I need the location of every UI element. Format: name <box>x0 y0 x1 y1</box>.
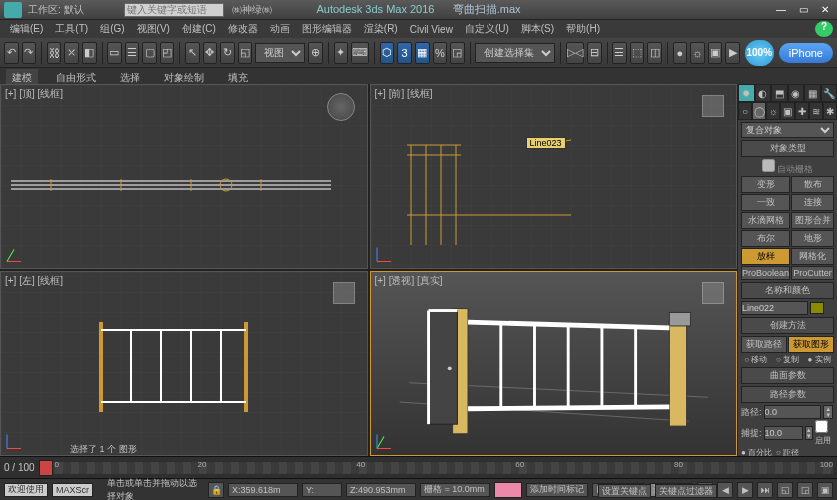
spinner-icon[interactable]: ▲▼ <box>823 405 833 419</box>
viewport-left[interactable]: [+] [左] [线框] <box>0 271 368 456</box>
align-button[interactable]: ⊟ <box>587 42 602 64</box>
time-thumb[interactable] <box>39 460 53 476</box>
boolean-button[interactable]: 布尔 <box>741 230 790 247</box>
viewport-persp[interactable]: [+] [透视] [真实] <box>370 271 738 456</box>
maxscript-label[interactable]: MAXScr <box>52 483 93 497</box>
snap-input[interactable] <box>764 426 803 440</box>
lights-icon[interactable]: ☼ <box>766 102 780 120</box>
time-track[interactable]: 020 4060 80100 <box>39 462 833 474</box>
keybd-button[interactable]: ⌨ <box>351 42 369 64</box>
mesher-button[interactable]: 网格化 <box>791 248 834 265</box>
get-shape-button[interactable]: 获取图形 <box>788 336 834 353</box>
link-button[interactable]: ⛓ <box>47 42 62 64</box>
mirror-button[interactable]: ▷◁ <box>566 42 584 64</box>
setkey-button[interactable]: 设置关键点 <box>598 484 651 498</box>
scale-button[interactable]: ◱ <box>238 42 253 64</box>
copy-radio[interactable]: 复制 <box>783 355 799 364</box>
snap-enable-check[interactable] <box>815 420 828 433</box>
snap-angle-button[interactable]: 3 <box>397 42 412 64</box>
x-field[interactable]: X:359.618m <box>228 483 298 497</box>
time-tag-icon[interactable] <box>494 482 522 498</box>
procutter-button[interactable]: ProCutter <box>791 266 834 280</box>
help-search-input[interactable] <box>124 3 224 17</box>
obj-type-header[interactable]: 对象类型 <box>741 140 834 157</box>
menu-render[interactable]: 渲染(R) <box>358 22 404 36</box>
spinner-icon[interactable]: ▲▼ <box>805 426 813 440</box>
scatter-button[interactable]: 散布 <box>791 176 834 193</box>
select-rect-button[interactable]: ▢ <box>142 42 157 64</box>
viewport-top[interactable]: [+] [顶] [线框] <box>0 84 368 269</box>
help-icon[interactable]: ? <box>815 21 833 37</box>
bind-button[interactable]: ◧ <box>82 42 97 64</box>
add-time-tag[interactable]: 添加时间标记 <box>526 483 588 497</box>
play-icon[interactable]: ▶ <box>737 482 753 498</box>
app-logo[interactable] <box>4 2 22 18</box>
path-input[interactable] <box>764 405 822 419</box>
select-button[interactable]: ▭ <box>107 42 122 64</box>
menu-group[interactable]: 组(G) <box>94 22 130 36</box>
ref-coord-select[interactable]: 视图 <box>255 43 305 63</box>
create-type-select[interactable]: 复合对象 <box>741 122 834 138</box>
select-win-button[interactable]: ◰ <box>160 42 175 64</box>
redo-button[interactable]: ↷ <box>22 42 37 64</box>
object-name-input[interactable] <box>741 301 808 315</box>
close-icon[interactable]: ✕ <box>817 4 833 15</box>
menu-cust[interactable]: 自定义(U) <box>459 22 515 36</box>
space-icon[interactable]: ≋ <box>809 102 823 120</box>
get-path-button[interactable]: 获取路径 <box>741 336 787 353</box>
y-field[interactable]: Y: <box>302 483 342 497</box>
z-field[interactable]: Z:490.953mm <box>346 483 416 497</box>
snap-pct-button[interactable]: ▦ <box>415 42 430 64</box>
menu-graph[interactable]: 图形编辑器 <box>296 22 358 36</box>
minimize-icon[interactable]: — <box>773 4 789 15</box>
object-tag[interactable]: Line023 <box>526 137 566 149</box>
time-slider[interactable]: 0 / 100 020 4060 80100 <box>0 456 837 478</box>
render-setup-button[interactable]: ☼ <box>690 42 705 64</box>
render-frame-button[interactable]: ▣ <box>708 42 723 64</box>
keyfilter-button[interactable]: 关键点过滤器 <box>655 484 717 498</box>
lock-icon[interactable]: 🔒 <box>208 482 224 498</box>
pivot-button[interactable]: ⊕ <box>308 42 323 64</box>
menu-script[interactable]: 脚本(S) <box>515 22 560 36</box>
render-button[interactable]: ▶ <box>725 42 740 64</box>
named-sel-select[interactable]: 创建选择集 <box>475 43 555 63</box>
morph-button[interactable]: 变形 <box>741 176 790 193</box>
geom-icon[interactable]: ○ <box>738 102 752 120</box>
hierarchy-tab-icon[interactable]: ⬒ <box>771 84 788 102</box>
snap-lock-button[interactable]: % <box>433 42 448 64</box>
curve-ed-button[interactable]: ⬚ <box>630 42 645 64</box>
select-name-button[interactable]: ☰ <box>125 42 140 64</box>
motion-tab-icon[interactable]: ◉ <box>788 84 805 102</box>
menu-tools[interactable]: 工具(T) <box>49 22 94 36</box>
create-method-header[interactable]: 创建方法 <box>741 317 834 334</box>
schematic-button[interactable]: ◫ <box>647 42 662 64</box>
menu-anim[interactable]: 动画 <box>264 22 296 36</box>
undo-button[interactable]: ↶ <box>4 42 19 64</box>
menu-mod[interactable]: 修改器 <box>222 22 264 36</box>
shapes-icon[interactable]: ◯ <box>752 102 766 120</box>
modify-tab-icon[interactable]: ◐ <box>755 84 772 102</box>
shapemerge-button[interactable]: 图形合并 <box>791 212 834 229</box>
blobmesh-button[interactable]: 水滴网格 <box>741 212 790 229</box>
create-tab-icon[interactable]: ✹ <box>738 84 755 102</box>
menu-view[interactable]: 视图(V) <box>131 22 176 36</box>
display-tab-icon[interactable]: ▦ <box>804 84 821 102</box>
color-swatch[interactable] <box>810 302 824 314</box>
select-obj-button[interactable]: ↖ <box>185 42 200 64</box>
snap-toggle-button[interactable]: ⬡ <box>380 42 395 64</box>
menu-edit[interactable]: 编辑(E) <box>4 22 49 36</box>
zoom-ext-icon[interactable]: ◱ <box>777 482 793 498</box>
connect-button[interactable]: 连接 <box>791 194 834 211</box>
menu-create[interactable]: 创建(C) <box>176 22 222 36</box>
move-button[interactable]: ✥ <box>203 42 218 64</box>
zoom-all-icon[interactable]: ◲ <box>797 482 813 498</box>
conform-button[interactable]: 一致 <box>741 194 790 211</box>
spinner-snap-button[interactable]: ◲ <box>450 42 465 64</box>
proboolean-button[interactable]: ProBoolean <box>741 266 790 280</box>
move-radio[interactable]: 移动 <box>751 355 767 364</box>
rotate-button[interactable]: ↻ <box>220 42 235 64</box>
iphone-button[interactable]: iPhone <box>779 43 833 63</box>
name-color-header[interactable]: 名称和颜色 <box>741 282 834 299</box>
menu-civil[interactable]: Civil View <box>404 24 459 35</box>
viewport-front[interactable]: [+] [前] [线框] Line023 <box>370 84 738 269</box>
